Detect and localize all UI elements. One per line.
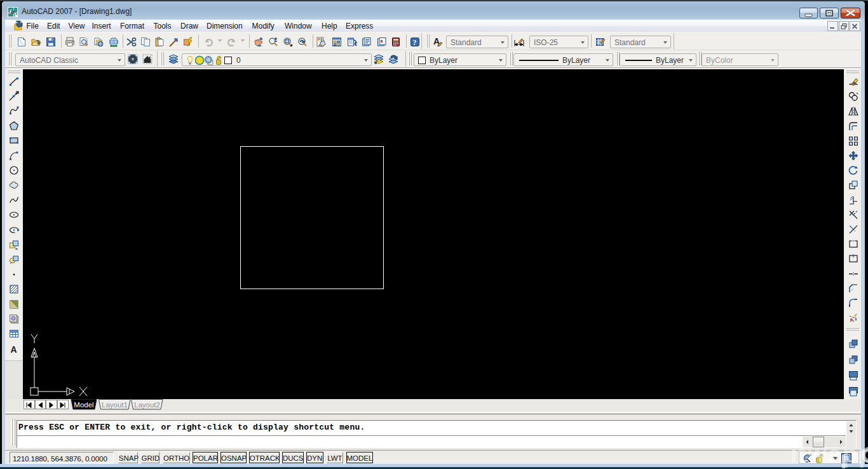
svg-text:Layout1: Layout1 bbox=[102, 401, 128, 409]
svg-text:A: A bbox=[11, 344, 17, 354]
svg-text:?: ? bbox=[413, 38, 417, 47]
svg-text:A: A bbox=[318, 43, 321, 47]
svg-text:Model: Model bbox=[74, 401, 93, 409]
svg-text:Layout2: Layout2 bbox=[134, 401, 160, 409]
